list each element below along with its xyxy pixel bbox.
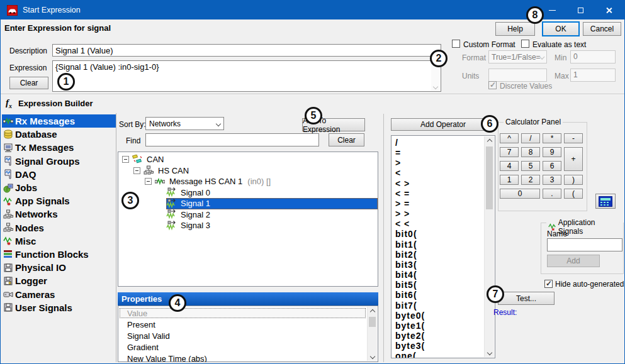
sidebar-item-app-signals[interactable]: App Signals bbox=[2, 194, 116, 207]
calc-key-7[interactable]: 7 bbox=[500, 147, 519, 157]
calc-key-minus[interactable]: - bbox=[564, 133, 583, 143]
sort-by-select[interactable]: Networks bbox=[145, 117, 224, 130]
operator-item[interactable]: bit1( bbox=[395, 240, 495, 250]
calc-key-3[interactable]: 3 bbox=[543, 175, 561, 185]
discrete-values-checkbox[interactable]: ✓ bbox=[488, 81, 497, 89]
sidebar-item-logger[interactable]: Logger bbox=[2, 274, 116, 287]
operator-item[interactable]: = bbox=[395, 148, 495, 158]
add-operator-button[interactable]: Add Operator bbox=[391, 118, 495, 131]
tree-item-can[interactable]: CAN bbox=[118, 154, 378, 165]
max-input[interactable]: 1 bbox=[570, 69, 616, 82]
property-item-present[interactable]: Present bbox=[118, 319, 378, 330]
operator-item[interactable]: > > bbox=[395, 209, 495, 219]
operator-item[interactable]: bit2( bbox=[395, 250, 495, 260]
properties-scrollbar[interactable] bbox=[367, 307, 377, 361]
operator-item[interactable]: byte1( bbox=[395, 321, 495, 331]
find-input[interactable] bbox=[145, 133, 319, 146]
tree-item-signal-2[interactable]: Signal 2 bbox=[118, 209, 378, 221]
format-select[interactable]: True=1/False= bbox=[488, 50, 547, 63]
calc-key-8[interactable]: 8 bbox=[521, 147, 540, 157]
operator-item[interactable]: bit3( bbox=[395, 260, 495, 270]
units-input[interactable] bbox=[488, 69, 547, 82]
scroll-thumb[interactable] bbox=[486, 146, 493, 209]
property-item-new-value-time[interactable]: New Value Time (abs) bbox=[118, 353, 378, 362]
sidebar-item-function-blocks[interactable]: Function Blocks bbox=[2, 248, 116, 261]
operator-item[interactable]: > bbox=[395, 158, 495, 168]
property-item-signal-valid[interactable]: Signal Valid bbox=[118, 330, 378, 341]
tree-item-signal-1[interactable]: Signal 1 bbox=[118, 198, 378, 209]
operator-item[interactable]: byte2( bbox=[395, 331, 495, 341]
calc-key-0[interactable]: 0 bbox=[500, 189, 540, 199]
tree-item-signal-0[interactable]: Signal 0 bbox=[118, 187, 378, 199]
sidebar-item-cameras[interactable]: Cameras bbox=[2, 287, 116, 301]
maximize-button[interactable] bbox=[566, 1, 595, 19]
operator-item[interactable]: bit6( bbox=[395, 290, 495, 300]
calc-key-close-paren[interactable]: ) bbox=[564, 175, 583, 185]
operator-item[interactable]: < > bbox=[395, 179, 495, 189]
sidebar-item-jobs[interactable]: Jobs bbox=[2, 181, 116, 194]
collapse-icon[interactable] bbox=[121, 156, 132, 163]
sidebar-item-tx-messages[interactable]: Tx Messages bbox=[2, 141, 116, 154]
add-signal-button[interactable]: Add bbox=[547, 255, 600, 267]
operator-item[interactable]: one( bbox=[395, 351, 495, 358]
tree-item-message-hs-can-1[interactable]: Message HS CAN 1 (in0) [] bbox=[118, 176, 378, 187]
min-input[interactable]: 0 bbox=[570, 50, 616, 63]
sidebar-item-daq[interactable]: DAQ bbox=[2, 168, 116, 181]
expression-input[interactable]: {Signal 1 (Value) :in0-sig1-0} bbox=[52, 60, 441, 92]
calc-key-caret[interactable]: ^ bbox=[500, 133, 519, 143]
calc-key-plus[interactable]: + bbox=[564, 147, 583, 171]
scroll-thumb[interactable] bbox=[369, 317, 376, 327]
calc-key-1[interactable]: 1 bbox=[500, 175, 519, 185]
sidebar-item-nodes[interactable]: Nodes bbox=[2, 221, 116, 234]
calc-key-9[interactable]: 9 bbox=[543, 147, 561, 157]
calc-key-decimal[interactable]: . bbox=[543, 189, 561, 199]
help-button[interactable]: Help bbox=[495, 22, 535, 36]
operator-item[interactable]: byte0( bbox=[395, 311, 495, 321]
operator-item[interactable]: byte3( bbox=[395, 341, 495, 351]
builder-title: Expression Builder bbox=[18, 99, 93, 108]
calc-key-6[interactable]: 6 bbox=[543, 161, 561, 171]
calc-key-4[interactable]: 4 bbox=[500, 161, 519, 171]
operator-item[interactable]: < = bbox=[395, 189, 495, 199]
evaluate-as-text-checkbox[interactable] bbox=[521, 40, 529, 48]
calc-key-2[interactable]: 2 bbox=[521, 175, 540, 185]
sidebar-item-user-signals[interactable]: User Signals bbox=[2, 301, 116, 314]
cancel-button[interactable]: Cancel bbox=[583, 22, 621, 36]
calculator-launch-button[interactable] bbox=[595, 194, 616, 209]
sidebar-item-physical-io[interactable]: Physical IO bbox=[2, 261, 116, 274]
operator-item[interactable]: bit7( bbox=[395, 301, 495, 311]
operator-item[interactable]: > = bbox=[395, 199, 495, 209]
tree-item-signal-3[interactable]: Signal 3 bbox=[118, 220, 378, 231]
check-icon: ✓ bbox=[490, 80, 496, 89]
sidebar-item-rx-messages[interactable]: Rx Messages bbox=[2, 114, 116, 128]
operator-scrollbar[interactable] bbox=[484, 136, 494, 357]
operator-item[interactable]: bit0( bbox=[395, 229, 495, 239]
property-item-gradient[interactable]: Gradient bbox=[118, 341, 378, 353]
clear-expression-button[interactable]: Clear bbox=[9, 77, 48, 89]
operator-item[interactable]: bit4( bbox=[395, 270, 495, 280]
find-clear-button[interactable]: Clear bbox=[329, 133, 364, 146]
signal-name-input[interactable] bbox=[547, 238, 622, 251]
calc-key-multiply[interactable]: * bbox=[543, 133, 561, 143]
tree-item-hs-can[interactable]: HS CAN bbox=[118, 165, 378, 177]
operator-item[interactable]: / bbox=[395, 138, 495, 148]
operator-item[interactable]: bit5( bbox=[395, 280, 495, 290]
test-button[interactable]: Test... bbox=[498, 292, 555, 305]
ok-button[interactable]: OK bbox=[542, 21, 580, 36]
calc-key-open-paren[interactable]: ( bbox=[564, 189, 583, 199]
custom-format-checkbox[interactable] bbox=[452, 40, 460, 48]
operator-item[interactable]: < < bbox=[395, 219, 495, 229]
operator-item[interactable]: < bbox=[395, 168, 495, 178]
calc-key-5[interactable]: 5 bbox=[521, 161, 540, 171]
sidebar-item-database[interactable]: Database bbox=[2, 128, 116, 141]
collapse-icon[interactable] bbox=[132, 167, 144, 174]
hide-auto-generated-checkbox[interactable]: ✓ bbox=[544, 280, 553, 288]
sidebar-item-signal-groups[interactable]: Signal Groups bbox=[2, 155, 116, 168]
calc-key-divide[interactable]: / bbox=[521, 133, 540, 143]
sidebar-item-networks[interactable]: Networks bbox=[2, 207, 116, 221]
close-button[interactable] bbox=[595, 1, 623, 19]
sidebar-item-misc[interactable]: Misc bbox=[2, 234, 116, 248]
property-item-value[interactable]: Value bbox=[119, 307, 366, 319]
collapse-icon[interactable] bbox=[144, 178, 155, 185]
description-input[interactable] bbox=[52, 44, 441, 57]
